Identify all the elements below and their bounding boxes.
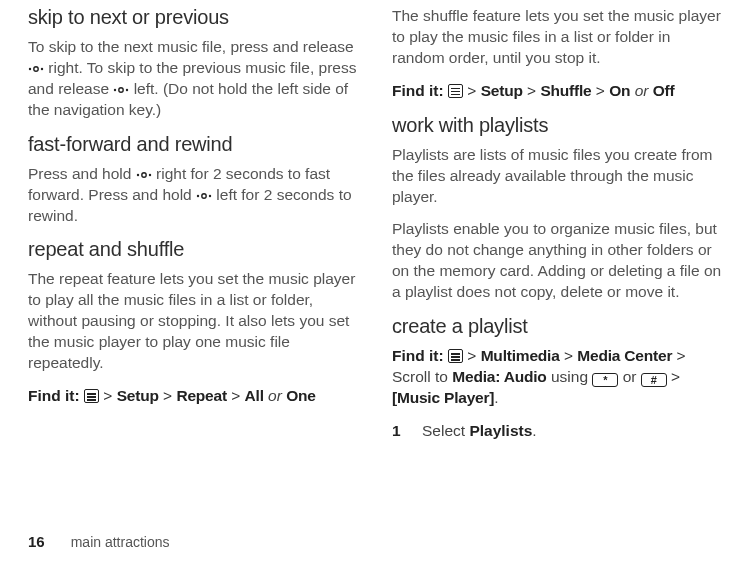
star-key-icon: * bbox=[592, 373, 618, 387]
nav-key-icon bbox=[113, 84, 129, 96]
findit-create-playlist: Find it: > Multimedia > Media Center > S… bbox=[392, 346, 724, 409]
menu-path-item: Media: Audio bbox=[452, 368, 546, 385]
para-repeat: The repeat feature lets you set the musi… bbox=[28, 269, 360, 374]
or-text: or bbox=[623, 368, 641, 385]
svg-point-0 bbox=[34, 67, 38, 71]
separator-gt: > bbox=[671, 368, 680, 385]
menu-path-item: Playlists bbox=[469, 422, 532, 439]
svg-point-6 bbox=[142, 172, 146, 176]
para-shuffle: The shuffle feature lets you set the mus… bbox=[392, 6, 724, 69]
text: using bbox=[551, 368, 592, 385]
menu-path-item: [Music Player] bbox=[392, 389, 494, 406]
heading-ffrw: fast-forward and rewind bbox=[28, 133, 360, 156]
text: . bbox=[532, 422, 536, 439]
menu-path-item: Shuffle bbox=[540, 82, 591, 99]
menu-path-item: Multimedia bbox=[481, 347, 560, 364]
menu-path-item: On bbox=[609, 82, 630, 99]
menu-path-item: Setup bbox=[481, 82, 523, 99]
menu-path-item: Media Center bbox=[577, 347, 672, 364]
separator-gt: > bbox=[163, 387, 172, 404]
findit-label: Find it: bbox=[392, 347, 444, 364]
svg-point-3 bbox=[119, 88, 123, 92]
menu-path-item: Repeat bbox=[176, 387, 226, 404]
findit-shuffle: Find it: > Setup > Shuffle > On or Off bbox=[392, 81, 724, 102]
menu-path-item: All bbox=[245, 387, 264, 404]
svg-point-1 bbox=[29, 68, 31, 70]
separator-gt: > bbox=[677, 347, 686, 364]
step-number: 1 bbox=[392, 421, 408, 442]
findit-label: Find it: bbox=[28, 387, 80, 404]
menu-key-icon bbox=[448, 349, 463, 363]
svg-point-7 bbox=[137, 173, 139, 175]
separator-gt: > bbox=[564, 347, 573, 364]
page-footer: 16 main attractions bbox=[28, 533, 170, 550]
para-playlists-2: Playlists enable you to organize music f… bbox=[392, 219, 724, 303]
heading-create-playlist: create a playlist bbox=[392, 315, 724, 338]
svg-point-10 bbox=[197, 194, 199, 196]
svg-point-2 bbox=[41, 68, 43, 70]
left-column: skip to next or previous To skip to the … bbox=[28, 6, 360, 450]
text: Press and hold bbox=[28, 165, 136, 182]
heading-work-playlists: work with playlists bbox=[392, 114, 724, 137]
separator-gt: > bbox=[527, 82, 536, 99]
svg-point-8 bbox=[149, 173, 151, 175]
para-ffrw: Press and hold right for 2 seconds to fa… bbox=[28, 164, 360, 227]
separator-gt: > bbox=[231, 387, 240, 404]
svg-point-4 bbox=[114, 89, 116, 91]
para-playlists-1: Playlists are lists of music files you c… bbox=[392, 145, 724, 208]
menu-path-item: Off bbox=[653, 82, 675, 99]
menu-key-icon bbox=[448, 84, 463, 98]
menu-path-item: One bbox=[286, 387, 316, 404]
or-text: or bbox=[268, 387, 282, 404]
svg-point-9 bbox=[202, 193, 206, 197]
separator-gt: > bbox=[467, 347, 476, 364]
separator-gt: > bbox=[596, 82, 605, 99]
heading-skip: skip to next or previous bbox=[28, 6, 360, 29]
svg-point-5 bbox=[126, 89, 128, 91]
findit-repeat: Find it: > Setup > Repeat > All or One bbox=[28, 386, 360, 407]
step-text: Select Playlists. bbox=[422, 421, 537, 442]
nav-key-icon bbox=[196, 190, 212, 202]
hash-key-icon: # bbox=[641, 373, 667, 387]
text: Select bbox=[422, 422, 469, 439]
findit-label: Find it: bbox=[392, 82, 444, 99]
text: Scroll to bbox=[392, 368, 452, 385]
separator-gt: > bbox=[467, 82, 476, 99]
separator-gt: > bbox=[103, 387, 112, 404]
para-skip: To skip to the next music file, press an… bbox=[28, 37, 360, 121]
nav-key-icon bbox=[28, 63, 44, 75]
nav-key-icon bbox=[136, 169, 152, 181]
heading-repeat-shuffle: repeat and shuffle bbox=[28, 238, 360, 261]
menu-path-item: Setup bbox=[117, 387, 159, 404]
or-text: or bbox=[635, 82, 649, 99]
menu-key-icon bbox=[84, 389, 99, 403]
right-column: The shuffle feature lets you set the mus… bbox=[392, 6, 724, 450]
step-1: 1 Select Playlists. bbox=[392, 421, 724, 442]
svg-point-11 bbox=[209, 194, 211, 196]
text: To skip to the next music file, press an… bbox=[28, 38, 354, 55]
section-name: main attractions bbox=[71, 534, 170, 550]
page-number: 16 bbox=[28, 533, 45, 550]
